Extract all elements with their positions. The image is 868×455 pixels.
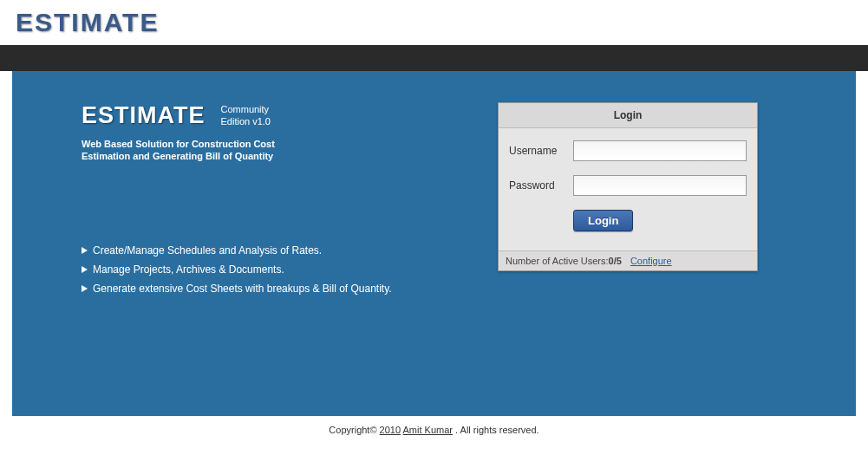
- hero-tagline: Web Based Solution for Construction Cost…: [82, 138, 446, 163]
- login-footer: Number of Active Users: 0/5 Configure: [499, 250, 757, 270]
- active-users-value: 0/5: [609, 256, 622, 266]
- active-users-label: Number of Active Users:: [506, 256, 609, 266]
- nav-bar-band: [0, 45, 868, 71]
- hero-column: ESTIMATE Community Edition v1.0 Web Base…: [12, 71, 446, 416]
- feature-item: Create/Manage Schedules and Analysis of …: [82, 241, 446, 260]
- username-label: Username: [509, 145, 573, 157]
- edition-line-1: Community: [221, 104, 270, 114]
- brand-logo: ESTIMATE: [16, 8, 159, 37]
- feature-item: Generate extensive Cost Sheets with brea…: [82, 279, 446, 298]
- login-button[interactable]: Login: [573, 210, 633, 231]
- arrow-right-icon: [82, 247, 88, 254]
- password-input[interactable]: [573, 175, 747, 196]
- password-row: Password: [509, 175, 747, 196]
- username-row: Username: [509, 140, 747, 161]
- copyright-prefix: Copyright©: [329, 425, 379, 435]
- login-panel: Login Username Password Login Number of …: [498, 102, 758, 271]
- tagline-line-2: Estimation and Generating Bill of Quanti…: [82, 151, 273, 161]
- configure-link[interactable]: Configure: [630, 256, 672, 266]
- login-column: Login Username Password Login Number of …: [446, 71, 758, 416]
- arrow-right-icon: [82, 285, 88, 292]
- copyright-year: 2010: [380, 425, 401, 435]
- edition-line-2: Edition v1.0: [221, 116, 271, 127]
- feature-text: Generate extensive Cost Sheets with brea…: [93, 283, 392, 295]
- feature-text: Create/Manage Schedules and Analysis of …: [93, 244, 322, 257]
- password-label: Password: [509, 179, 573, 192]
- arrow-right-icon: [82, 266, 88, 273]
- username-input[interactable]: [573, 140, 747, 161]
- copyright-suffix: . All rights reserved.: [455, 425, 539, 435]
- feature-item: Manage Projects, Archives & Documents.: [82, 260, 446, 279]
- main-content-panel: ESTIMATE Community Edition v1.0 Web Base…: [12, 71, 856, 416]
- feature-list: Create/Manage Schedules and Analysis of …: [82, 241, 446, 298]
- login-heading: Login: [499, 103, 757, 128]
- hero-edition: Community Edition v1.0: [221, 104, 271, 127]
- page-footer: Copyright© 2010 Amit Kumar . All rights …: [0, 416, 868, 435]
- header-bar: ESTIMATE: [0, 0, 868, 45]
- author-link[interactable]: Amit Kumar: [403, 425, 453, 435]
- tagline-line-1: Web Based Solution for Construction Cost: [82, 139, 275, 149]
- login-form: Username Password Login: [499, 128, 757, 250]
- feature-text: Manage Projects, Archives & Documents.: [93, 263, 284, 276]
- hero-title: ESTIMATE: [82, 102, 206, 129]
